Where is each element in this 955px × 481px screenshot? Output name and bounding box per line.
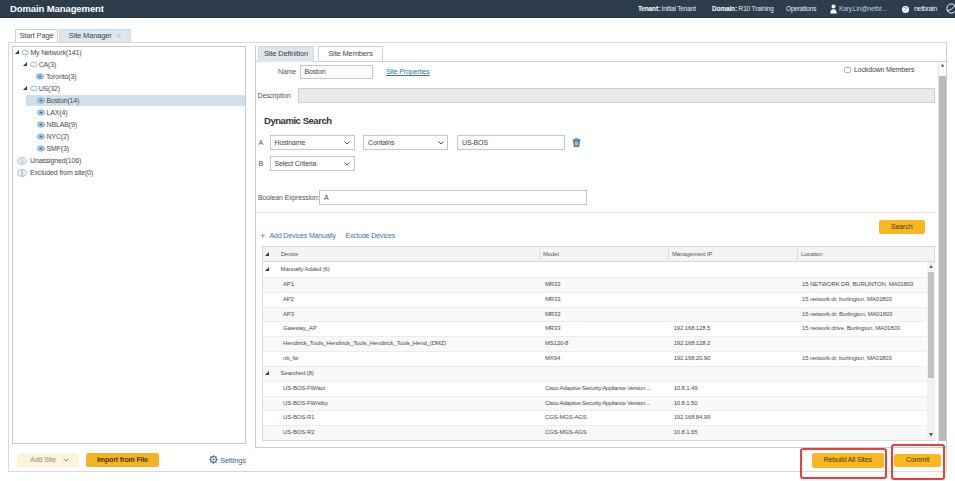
svg-text:U: U bbox=[20, 158, 24, 164]
